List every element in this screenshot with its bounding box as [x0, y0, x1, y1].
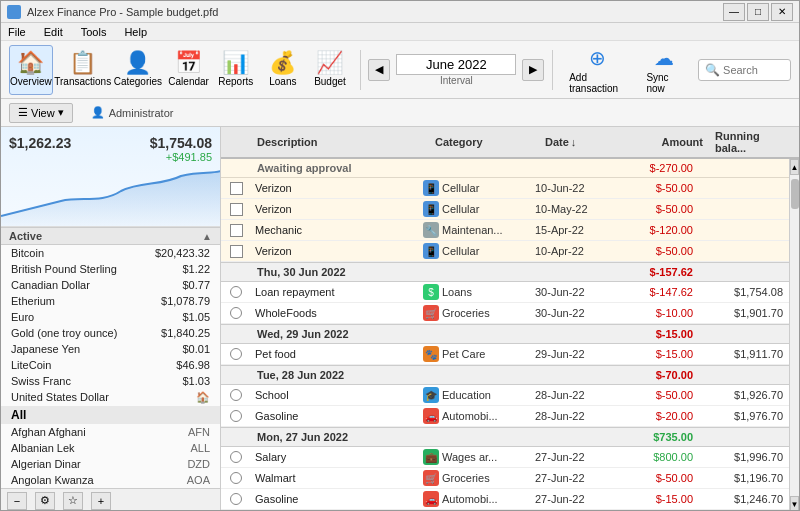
check-gas1	[221, 406, 251, 426]
sidebar-remove-button[interactable]: ⚙	[35, 492, 55, 510]
tx-pending-verizon1[interactable]: Verizon 📱 Cellular 10-Jun-22 $-50.00	[221, 178, 789, 199]
sidebar-plus-button[interactable]: +	[91, 492, 111, 510]
balance-wf: $1,901.70	[699, 303, 789, 323]
check-verizon1[interactable]	[221, 178, 251, 198]
toolbar-overview[interactable]: 🏠 Overview	[9, 45, 53, 95]
checkbox-mechanic[interactable]	[230, 224, 243, 237]
tx-gasoline2[interactable]: Gasoline 🚗 Automobi... 27-Jun-22 $-15.00…	[221, 489, 789, 510]
toolbar-transactions[interactable]: 📋 Transactions	[57, 45, 109, 95]
sidebar-item-aoa[interactable]: Angolan Kwanza AOA	[1, 472, 220, 488]
scrollbar-down-button[interactable]: ▼	[790, 496, 799, 511]
check-mechanic[interactable]	[221, 220, 251, 240]
sidebar-item-afn[interactable]: Afghan Afghani AFN	[1, 424, 220, 440]
menu-edit[interactable]: Edit	[41, 25, 66, 39]
sidebar-item-cad[interactable]: Canadian Dollar $0.77	[1, 277, 220, 293]
maximize-button[interactable]: □	[747, 3, 769, 21]
close-button[interactable]: ✕	[771, 3, 793, 21]
checkbox-verizon1[interactable]	[230, 182, 243, 195]
amount-verizon1: $-50.00	[619, 178, 699, 198]
chart-main-amount: $1,262.23	[9, 135, 71, 151]
tx-pending-mechanic[interactable]: Mechanic 🔧 Maintenan... 15-Apr-22 $-120.…	[221, 220, 789, 241]
sidebar-item-eth[interactable]: Etherium $1,078.79	[1, 293, 220, 309]
sidebar-item-ltc[interactable]: LiteCoin $46.98	[1, 357, 220, 373]
scrollbar-up-button[interactable]: ▲	[790, 159, 799, 175]
chart-area: $1,262.23 $1,754.08 +$491.85	[1, 127, 220, 227]
sidebar-add-button[interactable]: −	[7, 492, 27, 510]
nav-prev-button[interactable]: ◀	[368, 59, 390, 81]
title-bar-controls[interactable]: — □ ✕	[723, 3, 793, 21]
group-amount-tue: $-70.00	[619, 366, 699, 384]
collapse-icon[interactable]: ▲	[202, 231, 212, 242]
tx-salary[interactable]: Salary 💼 Wages ar... 27-Jun-22 $800.00 $…	[221, 447, 789, 468]
sidebar-item-gbp[interactable]: British Pound Sterling $1.22	[1, 261, 220, 277]
cellular-icon: 📱	[423, 180, 439, 196]
tx-wholefoods[interactable]: WholeFoods 🛒 Groceries 30-Jun-22 $-10.00…	[221, 303, 789, 324]
group-row-mon: Mon, 27 Jun 2022 $735.00	[221, 427, 789, 447]
balance-mechanic	[699, 220, 789, 240]
sidebar-star-button[interactable]: ☆	[63, 492, 83, 510]
sidebar-item-bitcoin[interactable]: Bitcoin $20,423.32	[1, 245, 220, 261]
cat-wf: 🛒 Groceries	[419, 303, 529, 323]
active-label: Active	[9, 230, 42, 242]
tx-walmart[interactable]: Walmart 🛒 Groceries 27-Jun-22 $-50.00 $1…	[221, 468, 789, 489]
menu-tools[interactable]: Tools	[78, 25, 110, 39]
tx-school[interactable]: School 🎓 Education 28-Jun-22 $-50.00 $1,…	[221, 385, 789, 406]
view-menu-icon: ☰	[18, 106, 28, 119]
sidebar-item-all[interactable]: All	[1, 406, 220, 424]
header-amount[interactable]: Amount	[629, 130, 709, 154]
scrollbar[interactable]: ▲ ▼	[789, 159, 799, 511]
sidebar-item-usd[interactable]: United States Dollar 🏠	[1, 389, 220, 406]
desc-verizon3: Verizon	[251, 241, 419, 261]
toolbar-reports[interactable]: 📊 Reports	[214, 45, 257, 95]
date-pet: 29-Jun-22	[529, 344, 619, 364]
sidebar-item-eur[interactable]: Euro $1.05	[1, 309, 220, 325]
header-category[interactable]: Category	[429, 130, 539, 154]
scrollbar-thumb[interactable]	[791, 179, 799, 209]
minimize-button[interactable]: —	[723, 3, 745, 21]
header-date[interactable]: Date ↓	[539, 130, 629, 154]
categories-label: Categories	[114, 76, 162, 87]
tx-loan-repayment[interactable]: Loan repayment $ Loans 30-Jun-22 $-147.6…	[221, 282, 789, 303]
toolbar-categories[interactable]: 👤 Categories	[113, 45, 163, 95]
menu-file[interactable]: File	[5, 25, 29, 39]
view-button[interactable]: ☰ View ▾	[9, 103, 73, 123]
user-icon: 👤	[91, 106, 105, 119]
scroll-area[interactable]: Awaiting approval $-270.00 Verizon 📱 Cel…	[221, 159, 789, 511]
amount-gas2: $-15.00	[619, 489, 699, 509]
sidebar-item-all2[interactable]: Albanian Lek ALL	[1, 440, 220, 456]
checkbox-verizon3[interactable]	[230, 245, 243, 258]
header-balance[interactable]: Running bala...	[709, 130, 799, 154]
toolbar-loans[interactable]: 💰 Loans	[261, 45, 304, 95]
toolbar-separator	[360, 50, 361, 90]
calendar-icon: 📅	[175, 52, 202, 74]
sidebar-item-jpy[interactable]: Japanese Yen $0.01	[1, 341, 220, 357]
search-input[interactable]	[723, 64, 784, 76]
table-header: Description Category Date ↓ Amount Runni…	[221, 127, 799, 159]
view-label: View	[31, 107, 55, 119]
check-verizon2[interactable]	[221, 199, 251, 219]
sidebar-item-dzd[interactable]: Algerian Dinar DZD	[1, 456, 220, 472]
add-transaction-button[interactable]: ⊕ Add transaction	[561, 42, 634, 98]
radio-gas2	[230, 493, 242, 505]
tx-gasoline1[interactable]: Gasoline 🚗 Automobi... 28-Jun-22 $-20.00…	[221, 406, 789, 427]
checkbox-verizon2[interactable]	[230, 203, 243, 216]
toolbar-calendar[interactable]: 📅 Calendar	[167, 45, 210, 95]
check-verizon3[interactable]	[221, 241, 251, 261]
awaiting-label: Awaiting approval	[251, 159, 619, 177]
petcare-icon: 🐾	[423, 346, 439, 362]
tx-pending-verizon3[interactable]: Verizon 📱 Cellular 10-Apr-22 $-50.00	[221, 241, 789, 262]
sidebar-item-chf[interactable]: Swiss Franc $1.03	[1, 373, 220, 389]
afn-code: AFN	[188, 426, 210, 438]
nav-next-button[interactable]: ▶	[522, 59, 544, 81]
cat-gas1: 🚗 Automobi...	[419, 406, 529, 426]
tx-petfood[interactable]: Pet food 🐾 Pet Care 29-Jun-22 $-15.00 $1…	[221, 344, 789, 365]
menu-help[interactable]: Help	[121, 25, 150, 39]
balance-verizon2	[699, 199, 789, 219]
search-box[interactable]: 🔍	[698, 59, 791, 81]
transactions-label: Transactions	[54, 76, 111, 87]
header-description[interactable]: Description	[251, 130, 429, 154]
sidebar-item-gold[interactable]: Gold (one troy ounce) $1,840.25	[1, 325, 220, 341]
toolbar-budget[interactable]: 📈 Budget	[308, 45, 351, 95]
sync-now-button[interactable]: ☁ Sync now	[638, 42, 690, 98]
tx-pending-verizon2[interactable]: Verizon 📱 Cellular 10-May-22 $-50.00	[221, 199, 789, 220]
